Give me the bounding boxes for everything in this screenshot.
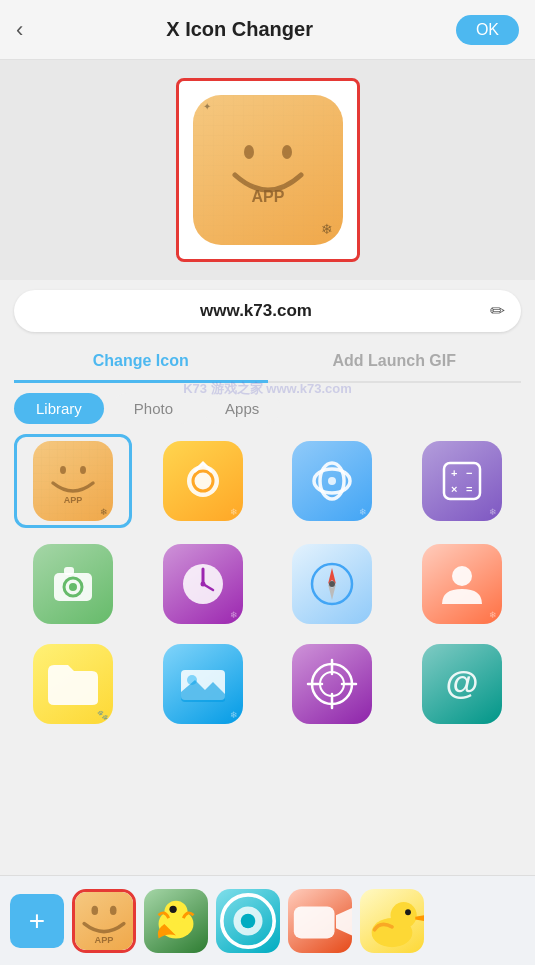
grid-icon-12-svg: @: [436, 658, 488, 710]
bottom-cam-svg: [216, 889, 280, 953]
svg-point-41: [110, 905, 117, 914]
page-title: X Icon Changer: [166, 18, 313, 41]
grid-icon-5-svg: [48, 559, 98, 609]
grid-icon-11-svg: [306, 658, 358, 710]
svg-text:APP: APP: [95, 935, 114, 945]
bottom-icon-3[interactable]: [216, 889, 280, 953]
svg-point-52: [391, 902, 417, 928]
grid-icon-8[interactable]: ❄: [403, 540, 521, 628]
url-bar: www.k73.com ✏: [14, 290, 521, 332]
grid-icon-12[interactable]: @: [403, 640, 521, 724]
bottom-icon-4[interactable]: [288, 889, 352, 953]
svg-rect-13: [444, 463, 480, 499]
svg-text:=: =: [466, 483, 472, 495]
svg-text:+: +: [451, 467, 457, 479]
large-icon-preview: APP ❄ ✦: [193, 95, 343, 245]
grid-icon-6-svg: [177, 558, 229, 610]
sub-tab-apps[interactable]: Apps: [203, 393, 281, 424]
grid-icon-9-svg: [46, 661, 100, 707]
bottom-icon-5[interactable]: [360, 889, 424, 953]
svg-text:@: @: [446, 663, 479, 701]
sub-tab-photo[interactable]: Photo: [112, 393, 195, 424]
grid-icon-3-svg: [306, 455, 358, 507]
grid-icon-1[interactable]: APP ❄: [14, 434, 132, 528]
svg-point-12: [328, 477, 336, 485]
svg-point-25: [200, 582, 205, 587]
grid-icon-9[interactable]: 🐾: [14, 640, 132, 724]
svg-rect-49: [294, 906, 335, 938]
grid-icon-10-svg: [177, 662, 229, 706]
main-tabs: Change Icon Add Launch GIF: [14, 342, 521, 383]
grid-icon-7[interactable]: [274, 540, 392, 628]
preview-area: APP ❄ ✦: [0, 60, 535, 280]
sub-tabs: Library Photo Apps: [14, 393, 521, 424]
bottom-bar: + APP: [0, 875, 535, 965]
back-button[interactable]: ‹: [16, 17, 23, 43]
grid-icon-5[interactable]: [14, 540, 132, 628]
grid-icon-4-svg: + − × =: [440, 459, 484, 503]
grid-icon-2[interactable]: ❄: [144, 434, 262, 528]
bottom-icon-2[interactable]: [144, 889, 208, 953]
edit-icon[interactable]: ✏: [490, 300, 505, 322]
icon-grid: APP ❄ ❄ ❄: [0, 434, 535, 724]
svg-point-44: [164, 900, 187, 923]
grid-icon-10[interactable]: ❄: [144, 640, 262, 724]
bottom-duck-svg: [360, 889, 424, 953]
bottom-bird-svg: [144, 889, 208, 953]
svg-rect-21: [64, 567, 74, 575]
tab-add-launch-gif[interactable]: Add Launch GIF: [268, 342, 522, 381]
svg-point-40: [91, 905, 98, 914]
svg-point-53: [405, 909, 411, 915]
bottom-videocall-svg: [288, 889, 352, 953]
grid-icon-4[interactable]: + − × = ❄: [403, 434, 521, 528]
grid-icon-8-svg: [437, 559, 487, 609]
tab-change-icon[interactable]: Change Icon: [14, 342, 268, 383]
bottom-smiley-svg: APP: [75, 892, 133, 950]
svg-point-34: [320, 672, 344, 696]
svg-point-20: [69, 583, 77, 591]
grid-icon-2-svg: [177, 455, 229, 507]
grid-icon-3[interactable]: ❄: [274, 434, 392, 528]
grid-icon-7-svg: [306, 558, 358, 610]
svg-point-29: [329, 581, 335, 587]
sub-tab-library[interactable]: Library: [14, 393, 104, 424]
svg-point-45: [169, 905, 176, 912]
url-text: www.k73.com: [30, 301, 482, 321]
grid-icon-11[interactable]: [274, 640, 392, 724]
header: ‹ X Icon Changer OK: [0, 0, 535, 60]
svg-marker-50: [336, 907, 352, 935]
svg-text:×: ×: [451, 483, 457, 495]
ok-button[interactable]: OK: [456, 15, 519, 45]
grid-icon-6[interactable]: ❄: [144, 540, 262, 628]
svg-text:−: −: [466, 467, 472, 479]
add-icon-button[interactable]: +: [10, 894, 64, 948]
svg-point-48: [241, 913, 256, 928]
preview-border: APP ❄ ✦: [176, 78, 360, 262]
bottom-icon-1[interactable]: APP: [72, 889, 136, 953]
svg-point-30: [452, 566, 472, 586]
